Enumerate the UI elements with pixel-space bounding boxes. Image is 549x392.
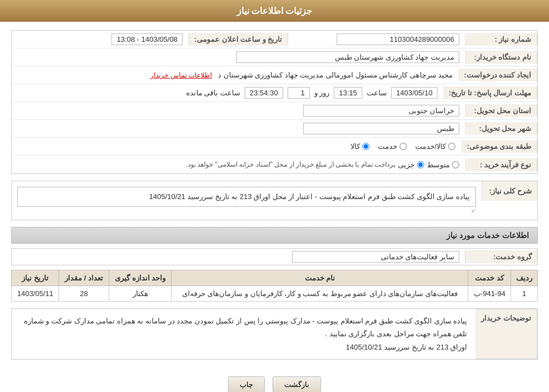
gorohe-khadamat-value: سایر فعالیت‌های خدماتی — [12, 249, 465, 265]
khadamat-label: خدمت — [378, 142, 397, 151]
table-header-row: ردیف کد خدمت نام خدمت واحد اندازه گیری ت… — [12, 270, 538, 286]
nooe-farayand-label: نوع فرآیند خرید : — [465, 158, 537, 171]
sharh-section: شرح کلی نیاز: پیاده سازی الگوی کشت طبق ف… — [11, 181, 538, 220]
ijad-konande-value: مجید سرچاهی کارشناس مسئول امورمالی مدیری… — [12, 69, 458, 81]
mohlat-label: مهلت ارسال پاسخ: تا تاریخ: — [443, 86, 537, 99]
shomara-niaz-label: شماره نیاز : — [465, 33, 537, 46]
ostan-value: خراسان جنوبی — [12, 103, 465, 119]
kala-label: کالا — [351, 142, 360, 151]
col-tedad: تعداد / مقدار — [59, 270, 109, 286]
baqi-label: ساعت باقی مانده — [186, 89, 240, 97]
tarikh-elaan-label: تاریخ و ساعت اعلان عمومی: — [188, 33, 289, 46]
col-tarikh: تاریخ نیاز — [12, 270, 59, 286]
nam-dastgah-value: مدیریت جهاد کشاورزی شهرستان طبس — [12, 49, 465, 65]
mohlat-row: مهلت ارسال پاسخ: تا تاریخ: 1403/05/10 سا… — [12, 84, 537, 102]
tabaqa-label: طبقه بندی موضوعی: — [461, 140, 537, 153]
ijad-konande-row: ایجاد کننده درخواست: مجید سرچاهی کارشناس… — [12, 66, 537, 84]
tabaqa-row: طبقه بندی موضوعی: کالا/خدمت خدمت — [12, 138, 537, 156]
radio-motovaset-input[interactable] — [452, 161, 459, 168]
radio-jezee-input[interactable] — [417, 161, 424, 168]
ostan-box: خراسان جنوبی — [303, 105, 459, 117]
khadamat-section-title: اطلاعات خدمات مورد نیاز — [11, 227, 538, 244]
nam-dastgah-box: مدیریت جهاد کشاورزی شهرستان طبس — [236, 51, 459, 63]
shahr-label: شهر محل تحویل: — [465, 122, 537, 135]
gorohe-khadamat-label: گروه خدمت: — [465, 250, 537, 263]
saat-label: ساعت — [367, 89, 387, 97]
ettelaat-tamas-link[interactable]: اطلاعات تماس خریدار — [150, 71, 212, 79]
gorohe-khadamat-row: گروه خدمت: سایر فعالیت‌های خدماتی — [11, 248, 538, 265]
shomara-niaz-row: شماره نیاز : 1103004289000006 تاریخ و سا… — [12, 31, 537, 49]
radio-motovaset: متوسط — [427, 161, 459, 169]
radio-kala-input[interactable] — [362, 143, 370, 150]
shahr-value: طبس — [12, 120, 465, 137]
khadamat-table: ردیف کد خدمت نام خدمت واحد اندازه گیری ت… — [11, 270, 538, 302]
sharh-value: پیاده سازی الگوی کشت طبق فرم استعلام پیو… — [12, 181, 482, 220]
tarikh-elaan-box: 1403/05/08 - 13:08 — [111, 33, 182, 45]
ostan-label: استان محل تحویل: — [465, 104, 537, 117]
col-nam: نام خدمت — [172, 270, 468, 286]
button-row: بازگشت چاپ — [11, 368, 538, 392]
nam-dastgah-label: نام دستگاه خریدار: — [465, 51, 537, 64]
tawzihat-section: توضیحات خریدار پیاده سازی الگوی کشت طبق … — [11, 308, 538, 360]
ostan-row: استان محل تحویل: خراسان جنوبی — [12, 102, 537, 120]
page-title: جزئیات اطلاعات نیاز — [0, 0, 549, 22]
roz-label: روز و — [314, 89, 330, 97]
mohlat-value: 1403/05/10 ساعت 13:15 روز و 1 23:54:30 س… — [12, 85, 443, 101]
main-info-section: شماره نیاز : 1103004289000006 تاریخ و سا… — [11, 30, 538, 174]
shahr-row: شهر محل تحویل: طبس — [12, 120, 537, 138]
col-radif: ردیف — [511, 270, 538, 286]
radio-kala: کالا — [351, 142, 370, 151]
motovaset-label: متوسط — [427, 161, 450, 169]
radio-khadamat-input[interactable] — [400, 143, 407, 150]
ijad-konande-text: مجید سرچاهی کارشناس مسئول امورمالی مدیری… — [218, 71, 453, 79]
shahr-box: طبس — [303, 123, 459, 134]
radio-kala-khadamat: کالا/خدمت — [415, 142, 456, 151]
nam-dastgah-row: نام دستگاه خریدار: مدیریت جهاد کشاورزی ش… — [12, 49, 537, 66]
shomara-niaz-box: 1103004289000006 — [337, 33, 459, 45]
sharh-box: پیاده سازی الگوی کشت طبق فرم استعلام پیو… — [17, 187, 476, 207]
nooe-desc: پرداخت تمام یا بخشی از مبلغ خریدار از مح… — [186, 161, 395, 168]
mohlat-saat-box: 13:15 — [334, 87, 362, 99]
table-row: 1941-94-بفعالیت‌های سازمان‌های دارای عضو… — [12, 286, 538, 302]
mohlat-date-box: 1403/05/10 — [391, 87, 438, 99]
khadamat-table-section: ردیف کد خدمت نام خدمت واحد اندازه گیری ت… — [11, 270, 538, 302]
radio-khadamat: خدمت — [378, 142, 407, 151]
mohlat-roz-box: 1 — [288, 87, 310, 99]
col-kod: کد خدمت — [468, 270, 511, 286]
tawzihat-content: پیاده سازی الگوی کشت طبق فرم استعلام پیو… — [12, 309, 475, 359]
back-button[interactable]: بازگشت — [273, 376, 321, 392]
tawzihat-label: توضیحات خریدار — [475, 309, 537, 359]
radio-kala-khadamat-input[interactable] — [448, 143, 455, 150]
jezee-label: جزیی — [398, 161, 415, 169]
ijad-konande-label: ایجاد کننده درخواست: — [458, 69, 537, 81]
tarikh-elaan-value: 1403/05/08 - 13:08 — [12, 31, 188, 47]
nooe-farayand-value: متوسط جزیی پرداخت تمام یا بخشی از مبلغ خ… — [12, 158, 465, 171]
sharh-label: شرح کلی نیاز: — [482, 181, 537, 201]
kala-khadamat-label: کالا/خدمت — [415, 142, 446, 151]
nooe-farayand-row: نوع فرآیند خرید : متوسط جزیی پرداخت تمام… — [12, 156, 537, 173]
radio-jezee: جزیی — [398, 161, 424, 169]
tabaqa-value: کالا/خدمت خدمت کالا — [12, 140, 461, 153]
mohlat-time-box: 23:54:30 — [245, 87, 283, 99]
shomara-niaz-value: 1103004289000006 — [288, 31, 465, 47]
gorohe-khadamat-box: سایر فعالیت‌های خدماتی — [292, 251, 459, 263]
col-vahed: واحد اندازه گیری — [109, 270, 172, 286]
print-button[interactable]: چاپ — [228, 376, 265, 392]
